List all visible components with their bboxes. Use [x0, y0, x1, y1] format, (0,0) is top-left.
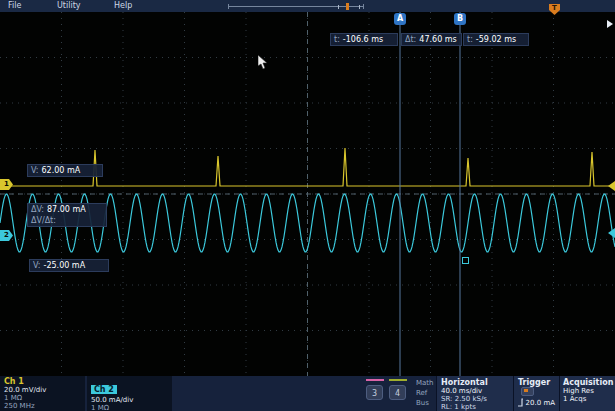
readout-value: -25.00 mA: [44, 261, 86, 270]
cursor-b-amplitude-readout: V:-25.00 mA: [29, 259, 109, 272]
channel-1-level-arrow-icon[interactable]: [608, 181, 615, 191]
zoom-window-left-tick: [338, 5, 339, 9]
horizontal-record-length: RL: 1 kpts: [441, 403, 509, 411]
waveform-display: A B t:-106.6 ms Δt:47.60 ms t:-59.02 ms …: [0, 12, 615, 376]
readout-label: t:: [467, 35, 473, 44]
channel-2-impedance: 1 MΩ: [91, 404, 168, 411]
readout-label: ΔV:: [31, 205, 44, 214]
horizontal-title: Horizontal: [441, 378, 509, 387]
readout-label: Δt:: [405, 35, 416, 44]
trigger-panel[interactable]: Trigger 20.0 mA: [513, 376, 559, 411]
horizontal-panel[interactable]: Horizontal 40.0 ms/div SR: 2.50 kS/s RL:…: [436, 376, 513, 411]
channel-3-button[interactable]: 3: [366, 385, 383, 400]
bus-button[interactable]: Bus: [416, 399, 429, 407]
channel-2-badge[interactable]: Ch 2 50.0 mA/div 1 MΩ 250 MHz: [87, 376, 172, 411]
readout-value: -106.6 ms: [343, 35, 383, 44]
acquisition-count: 1 Acqs: [563, 395, 611, 403]
channel-1-name: Ch 1: [4, 377, 81, 386]
readout-value: -59.02 ms: [476, 35, 516, 44]
rail-left-tick: [228, 4, 229, 9]
readout-value: 62.00 mA: [42, 166, 81, 175]
channel-3-color-dash: [366, 379, 384, 381]
status-bar: Ch 1 20.0 mV/div 1 MΩ 250 MHz Ch 2 50.0 …: [0, 376, 615, 411]
channel-1-scale: 20.0 mV/div: [4, 386, 81, 394]
cursor-b-time-readout: t:-59.02 ms: [463, 33, 529, 46]
channel-2-level-arrow-icon[interactable]: [608, 228, 615, 238]
mouse-cursor: [258, 55, 269, 70]
cursor-delta-time-readout: Δt:47.60 ms: [401, 33, 462, 46]
channel-1-impedance: 1 MΩ: [4, 394, 81, 402]
readout-value: 87.00 mA: [47, 205, 86, 214]
readout-value: 47.60 ms: [419, 35, 456, 44]
rising-edge-icon: [518, 398, 523, 407]
cursor-b-handle[interactable]: B: [454, 13, 466, 25]
horizontal-sample-rate: SR: 2.50 kS/s: [441, 395, 509, 403]
cursor-b-waveform-marker: [462, 257, 469, 264]
readout-label: ΔV/Δt:: [31, 216, 56, 225]
channel-4-color-dash: [389, 379, 407, 381]
acquisition-title: Acquisition: [563, 378, 611, 387]
horizontal-position-bar[interactable]: [228, 3, 364, 11]
position-rail: [228, 6, 364, 7]
readout-label: V:: [31, 166, 39, 175]
math-button[interactable]: Math: [416, 379, 434, 387]
cursor-a-amplitude-readout: V:62.00 mA: [27, 164, 103, 177]
readout-label: t:: [334, 35, 340, 44]
menu-help[interactable]: Help: [114, 1, 132, 10]
graticule-and-waveforms: [0, 12, 615, 376]
channel-1-badge[interactable]: Ch 1 20.0 mV/div 1 MΩ 250 MHz: [0, 376, 85, 411]
channel-1-bandwidth: 250 MHz: [4, 402, 81, 410]
acquisition-mode: High Res: [563, 387, 611, 395]
expand-arrow-icon[interactable]: [607, 20, 613, 28]
oscilloscope-app: File Utility Help T A B t:-106.6 ms Δt:4…: [0, 0, 615, 411]
trigger-position-marker[interactable]: [346, 3, 349, 10]
cursor-a-handle[interactable]: A: [394, 13, 406, 25]
ref-button[interactable]: Ref: [416, 389, 427, 397]
zoom-window-right-tick: [359, 5, 360, 9]
channel-2-name: Ch 2: [91, 385, 117, 394]
channel-4-button[interactable]: 4: [389, 385, 406, 400]
rail-right-tick: [363, 4, 364, 9]
readout-label: V:: [33, 261, 41, 270]
menu-bar: File Utility Help: [0, 0, 615, 12]
trigger-title: Trigger: [518, 378, 555, 396]
channel-2-scale: 50.0 mA/div: [91, 396, 168, 404]
cursor-delta-amplitude-readout: ΔV:87.00 mA ΔV/Δt:: [27, 203, 107, 227]
cursor-a-time-readout: t:-106.6 ms: [330, 33, 398, 46]
menu-file[interactable]: File: [8, 1, 21, 10]
horizontal-scale: 40.0 ms/div: [441, 387, 509, 395]
menu-utility[interactable]: Utility: [57, 1, 81, 10]
trigger-level: 20.0 mA: [526, 399, 555, 407]
acquisition-panel[interactable]: Acquisition High Res 1 Acqs: [559, 376, 615, 411]
trigger-indicator-icon: [521, 387, 534, 396]
